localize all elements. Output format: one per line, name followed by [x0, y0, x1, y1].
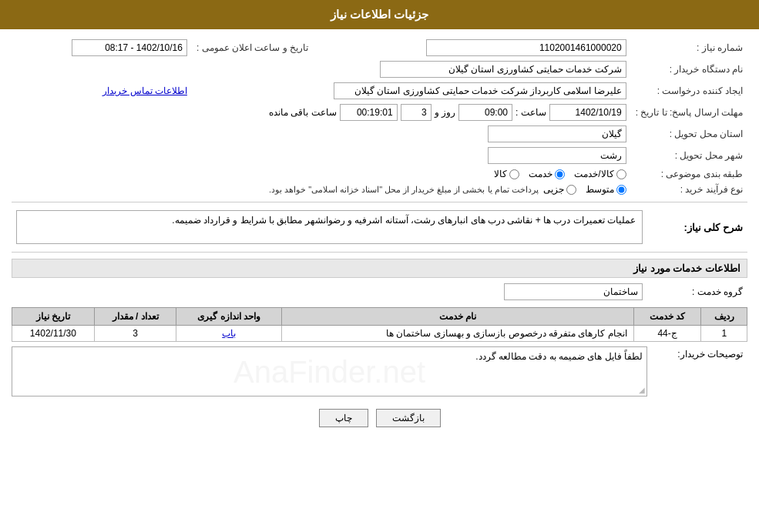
process-jozi-label: جزیی: [543, 184, 564, 195]
category-kala-radio[interactable]: [509, 169, 519, 179]
need-number-label: شماره نیاز :: [631, 37, 747, 59]
category-kala-khedmat-option[interactable]: کالا/خدمت: [574, 169, 626, 179]
contact-link-cell: اطلاعات تماس خریدار: [12, 80, 192, 102]
deadline-days-input[interactable]: [401, 104, 432, 121]
resize-handle: ◢: [639, 386, 645, 394]
process-radio-group: متوسط جزیی: [543, 184, 626, 195]
buyer-notes-text: لطفاً فایل های ضمیمه به دقت مطالعه گردد.: [475, 351, 643, 362]
city-label: شهر محل تحویل :: [631, 145, 747, 166]
need-number-value: [328, 37, 631, 59]
buyer-notes-row: توصیحات خریدار: AnaFinder.net لطفاً فایل…: [12, 346, 747, 396]
category-kala-khedmat-label: کالا/خدمت: [574, 169, 613, 179]
table-row: 1 ج-44 انجام کارهای متفرقه درخصوص بازساز…: [12, 326, 747, 342]
buyer-org-value: [12, 59, 631, 80]
contact-link[interactable]: اطلاعات تماس خریدار: [102, 85, 187, 96]
cell-quantity: 3: [94, 326, 176, 342]
buyer-org-label: نام دستگاه خریدار :: [631, 59, 747, 80]
deadline-date-input[interactable]: [549, 104, 626, 121]
col-unit: واحد اندازه گیری: [176, 308, 282, 326]
col-quantity: تعداد / مقدار: [94, 308, 176, 326]
cell-service-name: انجام کارهای متفرقه درخصوص بازسازی و بهس…: [282, 326, 634, 342]
cell-unit: باب: [176, 326, 282, 342]
creator-label: ایجاد کننده درخواست :: [631, 80, 747, 102]
service-group-input[interactable]: [504, 283, 643, 300]
deadline-row: ساعت : روز و ساعت باقی مانده: [12, 102, 631, 123]
category-khedmat-label: خدمت: [529, 169, 552, 179]
process-motavaset-option[interactable]: متوسط: [586, 184, 626, 195]
deadline-time-input[interactable]: [458, 104, 512, 121]
category-khedmat-radio[interactable]: [555, 169, 565, 179]
deadline-remaining-label: ساعت باقی مانده: [269, 107, 337, 118]
bottom-buttons: بازگشت چاپ: [12, 401, 747, 439]
need-desc-value: عملیات تعمیرات درب ها + نقاشی درب های ان…: [12, 207, 647, 247]
service-group-label: گروه خدمت :: [647, 281, 747, 303]
back-button[interactable]: بازگشت: [376, 409, 441, 427]
need-desc-box: عملیات تعمیرات درب ها + نقاشی درب های ان…: [16, 210, 643, 244]
buyer-org-input[interactable]: [380, 61, 626, 78]
category-khedmat-option[interactable]: خدمت: [529, 169, 565, 179]
creator-input[interactable]: [334, 82, 626, 99]
city-input[interactable]: [488, 147, 626, 164]
deadline-remaining-input[interactable]: [340, 104, 398, 121]
deadline-day-label: روز و: [435, 107, 455, 118]
service-group-table: گروه خدمت :: [12, 281, 747, 303]
process-jozi-radio[interactable]: [566, 185, 576, 195]
print-button[interactable]: چاپ: [319, 409, 368, 427]
category-label: طبقه بندی موضوعی :: [631, 166, 747, 182]
creator-value: [192, 80, 631, 102]
service-info-header: اطلاعات خدمات مورد نیاز: [12, 259, 747, 278]
cell-date: 1402/11/30: [12, 326, 95, 342]
col-row-number: ردیف: [701, 308, 747, 326]
watermark: AnaFinder.net: [233, 354, 425, 389]
service-table: ردیف کد خدمت نام خدمت واحد اندازه گیری ت…: [12, 307, 747, 342]
deadline-label: مهلت ارسال پاسخ: تا تاریخ :: [631, 102, 747, 123]
page-title: جزئیات اطلاعات نیاز: [0, 0, 759, 29]
col-date: تاریخ نیاز: [12, 308, 95, 326]
province-input[interactable]: [488, 125, 626, 142]
deadline-time-label: ساعت :: [516, 107, 546, 118]
col-service-code: کد خدمت: [633, 308, 701, 326]
buyer-notes-content: AnaFinder.net لطفاً فایل های ضمیمه به دق…: [12, 346, 647, 396]
need-desc-label: شرح کلی نیاز:: [647, 207, 747, 247]
category-kala-option[interactable]: کالا: [494, 169, 519, 179]
info-table: شماره نیاز : تاریخ و ساعت اعلان عمومی : …: [12, 37, 747, 197]
announce-datetime-input[interactable]: [72, 39, 187, 56]
process-motavaset-label: متوسط: [586, 184, 614, 195]
category-kala-khedmat-radio[interactable]: [616, 169, 626, 179]
process-note: پرداخت تمام یا بخشی از مبلغ خریدار از مح…: [269, 185, 539, 195]
col-service-name: نام خدمت: [282, 308, 634, 326]
province-label: استان محل تحویل :: [631, 123, 747, 145]
service-group-value: [12, 281, 647, 303]
announce-datetime-value: [12, 37, 192, 59]
category-kala-label: کالا: [494, 169, 507, 179]
buyer-notes-label: توصیحات خریدار:: [647, 346, 747, 362]
need-number-input[interactable]: [426, 39, 626, 56]
announce-datetime-label: تاریخ و ساعت اعلان عمومی :: [192, 37, 313, 59]
cell-row-number: 1: [701, 326, 747, 342]
cell-service-code: ج-44: [633, 326, 701, 342]
category-radio-group: کالا/خدمت خدمت کالا: [16, 169, 626, 179]
process-label: نوع فرآیند خرید :: [631, 182, 747, 197]
process-jozi-option[interactable]: جزیی: [543, 184, 576, 195]
separator-2: [12, 252, 747, 253]
process-motavaset-radio[interactable]: [616, 185, 626, 195]
need-desc-table: شرح کلی نیاز: عملیات تعمیرات درب ها + نق…: [12, 207, 747, 247]
separator-1: [12, 202, 747, 202]
